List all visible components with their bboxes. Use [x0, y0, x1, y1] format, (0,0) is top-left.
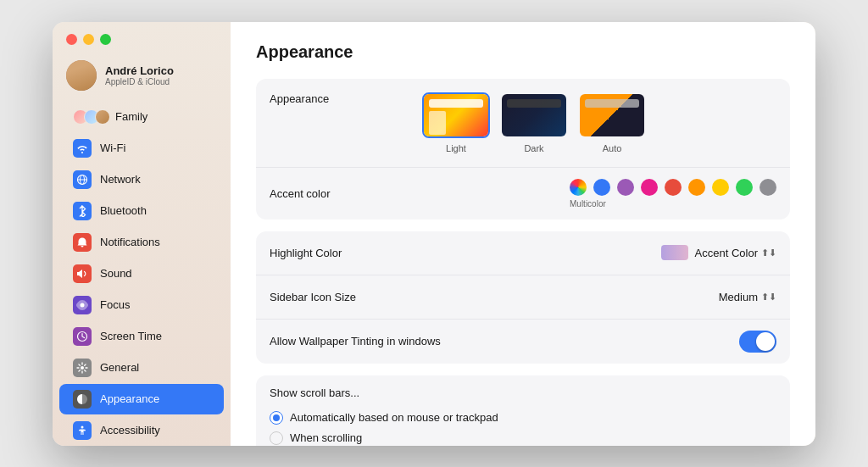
user-name: André Lorico: [105, 64, 174, 77]
sidebar-item-label-family: Family: [115, 110, 147, 123]
dark-label: Dark: [524, 143, 543, 153]
sidebar-item-general[interactable]: General: [59, 353, 224, 383]
sidebar-item-label-notifications: Notifications: [100, 236, 160, 248]
sidebar: André Lorico AppleID & iCloud Family: [53, 22, 231, 446]
appearance-row: Appearance Light Dark: [256, 79, 790, 168]
accent-color-purple[interactable]: [617, 179, 634, 196]
chevron-updown-icon-2: ⬆⬇: [761, 292, 776, 303]
highlight-color-row: Highlight Color Accent Color ⬆⬇: [256, 231, 790, 275]
light-thumb-inner: [424, 94, 488, 136]
accent-colors: Multicolor: [570, 179, 776, 208]
appearance-option-dark[interactable]: Dark: [500, 92, 568, 153]
wifi-icon: [73, 139, 92, 158]
dark-thumb: [500, 92, 568, 138]
appearance-option-light[interactable]: Light: [422, 92, 490, 153]
auto-thumb: [578, 92, 646, 138]
highlight-select[interactable]: Accent Color ⬆⬇: [695, 247, 776, 259]
auto-thumb-inner: [580, 94, 644, 136]
scroll-auto-label: Automatically based on mouse or trackpad: [290, 411, 498, 424]
accent-color-yellow[interactable]: [712, 179, 729, 196]
wallpaper-tinting-control: [739, 331, 776, 353]
sound-icon: [73, 264, 92, 283]
accent-multicolor-col: [570, 179, 587, 196]
appearance-options: Light Dark Auto: [422, 92, 776, 153]
sidebar-item-label-sound: Sound: [100, 267, 132, 280]
dark-thumb-inner: [502, 94, 566, 136]
sidebar-icon-size-label: Sidebar Icon Size: [270, 291, 405, 303]
focus-icon: [73, 296, 92, 314]
scroll-scrolling-radio[interactable]: [270, 431, 283, 445]
wallpaper-tinting-label: Allow Wallpaper Tinting in windows: [270, 335, 739, 347]
sidebar-item-label-wifi: Wi-Fi: [100, 142, 125, 154]
maximize-button[interactable]: [100, 34, 111, 45]
family-avatar-3: [95, 109, 110, 125]
accent-color-red[interactable]: [665, 179, 682, 196]
sidebar-item-focus[interactable]: Focus: [59, 290, 224, 320]
screentime-icon: [73, 327, 92, 346]
accent-color-pink[interactable]: [641, 179, 658, 196]
scroll-auto-radio[interactable]: [270, 411, 283, 425]
minimize-button[interactable]: [83, 34, 94, 45]
close-button[interactable]: [66, 34, 77, 45]
sidebar-item-network[interactable]: Network: [59, 164, 224, 195]
appearance-option-auto[interactable]: Auto: [578, 92, 646, 153]
accent-color-control: Multicolor: [405, 179, 776, 208]
accessibility-icon: [73, 421, 92, 440]
accent-color-row: Accent color: [256, 168, 790, 220]
sidebar-item-family[interactable]: Family: [59, 102, 224, 132]
sidebar-item-label-appearance: Appearance: [100, 392, 159, 405]
sidebar-item-label-bluetooth: Bluetooth: [100, 204, 147, 217]
sidebar-item-label-accessibility: Accessibility: [100, 424, 160, 436]
highlight-control: Accent Color ⬆⬇: [661, 245, 776, 260]
family-avatars: [73, 109, 110, 125]
color-dots: [570, 179, 776, 196]
scroll-auto-option[interactable]: Automatically based on mouse or trackpad: [270, 408, 776, 428]
sidebar-icon-size-row: Sidebar Icon Size Medium ⬆⬇: [256, 275, 790, 320]
sidebar-item-label-focus: Focus: [100, 298, 130, 311]
appearance-icon: [73, 390, 92, 409]
titlebar-buttons: [53, 22, 231, 53]
avatar: [66, 60, 97, 91]
user-section[interactable]: André Lorico AppleID & iCloud: [53, 53, 231, 101]
sidebar-size-select[interactable]: Medium ⬆⬇: [719, 291, 776, 303]
sidebar-item-bluetooth[interactable]: Bluetooth: [59, 196, 224, 226]
accent-color-green[interactable]: [736, 179, 753, 196]
main-content: Appearance Appearance Light: [231, 22, 815, 446]
sidebar-size-value: Medium: [719, 291, 758, 303]
auto-label: Auto: [603, 143, 622, 153]
scroll-scrolling-option[interactable]: When scrolling: [270, 428, 776, 446]
display-options-section: Highlight Color Accent Color ⬆⬇ Sidebar …: [256, 231, 790, 364]
sidebar-item-screentime[interactable]: Screen Time: [59, 321, 224, 352]
bluetooth-icon: [73, 202, 92, 220]
family-icon: [73, 108, 107, 126]
wallpaper-tinting-row: Allow Wallpaper Tinting in windows: [256, 320, 790, 364]
highlight-value: Accent Color: [695, 247, 758, 259]
accent-color-blue[interactable]: [593, 179, 610, 196]
sidebar-item-notifications[interactable]: Notifications: [59, 227, 224, 258]
highlight-color-control: Accent Color ⬆⬇: [405, 245, 776, 260]
sidebar-item-label-screentime: Screen Time: [100, 330, 162, 342]
light-thumb: [422, 92, 490, 138]
notifications-icon: [73, 233, 92, 252]
sidebar-item-label-network: Network: [100, 173, 141, 186]
system-preferences-window: André Lorico AppleID & iCloud Family: [53, 22, 815, 446]
scroll-bars-section: Show scroll bars... Automatically based …: [256, 375, 790, 446]
page-title: Appearance: [256, 42, 790, 62]
wallpaper-tinting-toggle[interactable]: [739, 331, 776, 353]
toggle-knob: [756, 332, 775, 351]
scroll-scrolling-label: When scrolling: [290, 431, 362, 444]
sidebar-item-accessibility[interactable]: Accessibility: [59, 415, 224, 446]
sidebar-items-list: Family Wi-Fi: [53, 101, 231, 446]
sidebar-item-sound[interactable]: Sound: [59, 259, 224, 289]
accent-color-label: Accent color: [270, 187, 405, 200]
accent-color-orange[interactable]: [688, 179, 705, 196]
chevron-updown-icon: ⬆⬇: [761, 247, 776, 259]
multicolor-label: Multicolor: [570, 199, 606, 208]
highlight-preview: [661, 245, 688, 260]
accent-color-graphite[interactable]: [760, 179, 776, 196]
appearance-section: Appearance Light Dark: [256, 79, 790, 220]
appearance-label: Appearance: [270, 92, 405, 105]
accent-color-multicolor[interactable]: [570, 179, 587, 196]
sidebar-item-wifi[interactable]: Wi-Fi: [59, 133, 224, 164]
sidebar-item-appearance[interactable]: Appearance: [59, 384, 224, 414]
